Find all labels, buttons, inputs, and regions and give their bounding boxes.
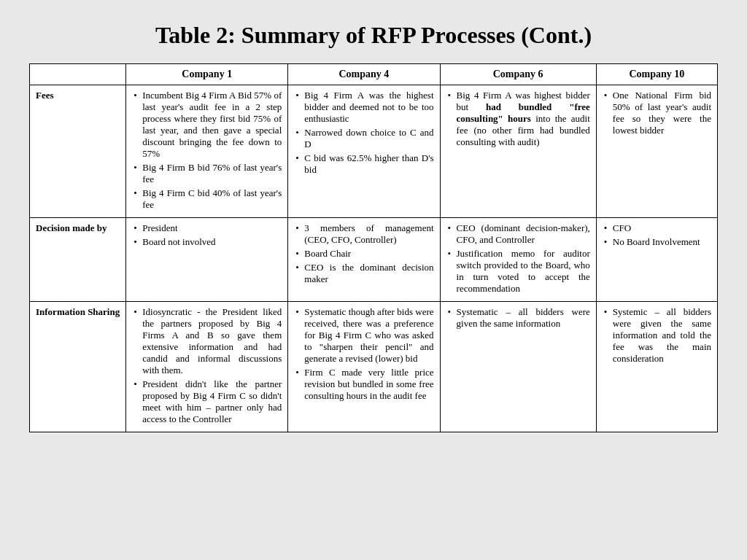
page-title: Table 2: Summary of RFP Processes (Cont.… [155,22,592,49]
list-item: Justification memo for auditor switch pr… [446,248,590,295]
col-header-c10: Company 10 [596,64,717,85]
cell-c1-r1: PresidentBoard not involved [126,218,288,302]
cell-c6-r2: Systematic – all bidders were given the … [440,302,596,432]
list-item: Big 4 Firm A was the highest bidder and … [294,90,433,125]
cell-c4-r2: Systematic though after bids were receiv… [288,302,440,432]
cell-c4-r1: 3 members of management (CEO, CFO, Contr… [288,218,440,302]
list-item: Firm C made very little price revision b… [294,367,433,402]
summary-table: Company 1 Company 4 Company 6 Company 10… [29,63,718,432]
table-row: FeesIncumbent Big 4 Firm A Bid 57% of la… [30,85,718,218]
col-header-c1: Company 1 [126,64,288,85]
table-header-row: Company 1 Company 4 Company 6 Company 10 [30,64,718,85]
col-header-label [30,64,126,85]
col-header-c4: Company 4 [288,64,440,85]
cell-c10-r0: One National Firm bid 50% of last year's… [596,85,717,218]
list-item: Big 4 Firm C bid 40% of last year's fee [132,187,282,211]
list-item: Systemic – all bidders were given the sa… [603,306,711,365]
list-item: 3 members of management (CEO, CFO, Contr… [294,222,433,246]
list-item: Board not involved [132,236,282,248]
cell-c6-r1: CEO (dominant decision-maker), CFO, and … [440,218,596,302]
cell-c4-r0: Big 4 Firm A was the highest bidder and … [288,85,440,218]
cell-c1-r0: Incumbent Big 4 Firm A Bid 57% of last y… [126,85,288,218]
list-item: Incumbent Big 4 Firm A Bid 57% of last y… [132,90,282,160]
list-item: CEO (dominant decision-maker), CFO, and … [446,222,590,246]
list-item: Idiosyncratic - the President liked the … [132,306,282,376]
row-label: Fees [30,85,126,218]
col-header-c6: Company 6 [440,64,596,85]
table-row: Information SharingIdiosyncratic - the P… [30,302,718,432]
table-row: Decision made byPresidentBoard not invol… [30,218,718,302]
list-item: Systematic – all bidders were given the … [446,306,590,330]
cell-c10-r2: Systemic – all bidders were given the sa… [596,302,717,432]
cell-c6-r0: Big 4 Firm A was highest bidder but had … [440,85,596,218]
list-item: C bid was 62.5% higher than D's bid [294,152,433,176]
list-item: President [132,222,282,234]
list-item: CFO [603,222,711,234]
list-item: Big 4 Firm B bid 76% of last year's fee [132,162,282,185]
list-item: One National Firm bid 50% of last year's… [603,90,711,136]
list-item: No Board Involvement [603,236,711,248]
cell-c1-r2: Idiosyncratic - the President liked the … [126,302,288,432]
slide: Table 2: Summary of RFP Processes (Cont.… [0,0,747,560]
list-item: President didn't like the partner propos… [132,378,282,425]
row-label: Decision made by [30,218,126,302]
row-label: Information Sharing [30,302,126,432]
cell-c10-r1: CFONo Board Involvement [596,218,717,302]
list-item: Board Chair [294,248,433,260]
list-item: Big 4 Firm A was highest bidder but had … [446,90,590,148]
list-item: CEO is the dominant decision maker [294,262,433,285]
list-item: Systematic though after bids were receiv… [294,306,433,365]
list-item: Narrowed down choice to C and D [294,127,433,150]
